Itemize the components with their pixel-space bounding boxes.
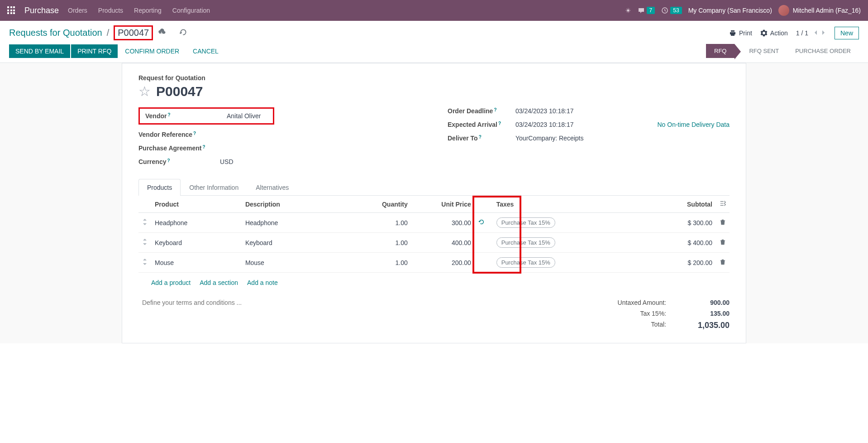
add-note-link[interactable]: Add a note xyxy=(247,279,278,286)
new-button[interactable]: New xyxy=(835,27,859,39)
th-description[interactable]: Description xyxy=(242,196,337,213)
form-col-right: Order Deadline? 03/24/2023 10:18:17 Expe… xyxy=(448,107,730,165)
cancel-button[interactable]: CANCEL xyxy=(186,44,225,58)
cell-price[interactable]: 200.00 xyxy=(411,253,475,273)
activities-icon[interactable]: 53 xyxy=(661,7,682,14)
add-product-link[interactable]: Add a product xyxy=(151,279,191,286)
header-row: Requests for Quotation / P00047 Print Ac… xyxy=(0,21,868,44)
table-row[interactable]: Headphone Headphone 1.00 300.00 Purchase… xyxy=(138,213,730,233)
cell-product[interactable]: Mouse xyxy=(151,253,242,273)
th-taxes[interactable]: Taxes xyxy=(493,196,642,213)
vendor-value[interactable]: Anital Oliver xyxy=(227,112,267,120)
apps-icon[interactable] xyxy=(7,6,15,14)
user-menu[interactable]: Mitchell Admin (Faz_16) xyxy=(778,5,861,16)
cell-price[interactable]: 300.00 xyxy=(411,213,475,233)
status-rfq-sent[interactable]: RFQ SENT xyxy=(741,44,787,58)
cell-description[interactable]: Keyboard xyxy=(242,233,337,253)
send-email-button[interactable]: SEND BY EMAIL xyxy=(9,44,70,58)
status-bar: RFQ RFQ SENT PURCHASE ORDER xyxy=(706,44,859,58)
trash-icon[interactable] xyxy=(720,239,726,246)
expected-arrival-value[interactable]: 03/24/2023 10:18:17 xyxy=(515,121,658,128)
svg-point-0 xyxy=(627,9,629,11)
no-ontime-link[interactable]: No On-time Delivery Data xyxy=(658,121,730,128)
currency-label: Currency? xyxy=(138,158,220,165)
nav-reporting[interactable]: Reporting xyxy=(134,7,162,14)
terms-input[interactable] xyxy=(138,293,585,313)
print-rfq-button[interactable]: PRINT RFQ xyxy=(71,44,118,58)
th-unit-price[interactable]: Unit Price xyxy=(411,196,475,213)
currency-value[interactable]: USD xyxy=(220,158,420,165)
user-name: Mitchell Admin (Faz_16) xyxy=(793,7,861,14)
pager-text: 1 / 1 xyxy=(796,29,808,37)
cell-description[interactable]: Headphone xyxy=(242,213,337,233)
cell-qty[interactable]: 1.00 xyxy=(337,213,411,233)
bug-icon[interactable] xyxy=(625,7,631,14)
table-row[interactable]: Mouse Mouse 1.00 200.00 Purchase Tax 15%… xyxy=(138,253,730,273)
form-title-row: ☆ P00047 xyxy=(138,83,730,99)
activities-badge: 53 xyxy=(670,7,682,14)
tabs: Products Other Information Alternatives xyxy=(138,179,730,196)
order-deadline-value[interactable]: 03/24/2023 10:18:17 xyxy=(515,107,730,115)
expected-arrival-label: Expected Arrival? xyxy=(448,121,515,128)
cell-product[interactable]: Headphone xyxy=(151,213,242,233)
expected-arrival-row: Expected Arrival? 03/24/2023 10:18:17 No… xyxy=(448,121,730,128)
table-wrapper: Product Description Quantity Unit Price … xyxy=(138,196,730,273)
cell-subtotal: $ 200.00 xyxy=(642,253,716,273)
options-icon[interactable] xyxy=(720,201,726,208)
avatar xyxy=(778,5,789,16)
status-rfq[interactable]: RFQ xyxy=(706,44,734,58)
untaxed-label: Untaxed Amount: xyxy=(594,299,666,306)
trash-icon[interactable] xyxy=(720,219,726,226)
pager: 1 / 1 xyxy=(796,29,826,37)
status-purchase-order[interactable]: PURCHASE ORDER xyxy=(787,44,859,58)
th-subtotal[interactable]: Subtotal xyxy=(642,196,716,213)
cell-qty[interactable]: 1.00 xyxy=(337,253,411,273)
deliver-to-row: Deliver To? YourCompany: Receipts xyxy=(448,135,730,142)
tab-other-info[interactable]: Other Information xyxy=(181,179,247,196)
drag-handle[interactable] xyxy=(138,233,151,253)
star-icon[interactable]: ☆ xyxy=(138,83,151,99)
add-links: Add a product Add a section Add a note xyxy=(138,273,730,293)
nav-configuration[interactable]: Configuration xyxy=(172,7,210,14)
deliver-to-value[interactable]: YourCompany: Receipts xyxy=(515,135,730,142)
cell-description[interactable]: Mouse xyxy=(242,253,337,273)
vendor-ref-row: Vendor Reference? xyxy=(138,131,420,138)
confirm-order-button[interactable]: CONFIRM ORDER xyxy=(119,44,186,58)
th-product[interactable]: Product xyxy=(151,196,242,213)
deliver-to-label: Deliver To? xyxy=(448,135,515,142)
trash-icon[interactable] xyxy=(720,259,726,266)
cell-qty[interactable]: 1.00 xyxy=(337,233,411,253)
print-button[interactable]: Print xyxy=(729,29,752,37)
cell-product[interactable]: Keyboard xyxy=(151,233,242,253)
tab-products[interactable]: Products xyxy=(138,179,181,196)
pager-prev[interactable] xyxy=(813,29,818,37)
nav-products[interactable]: Products xyxy=(98,7,123,14)
cell-taxes[interactable]: Purchase Tax 15% xyxy=(493,233,642,253)
cell-price[interactable]: 400.00 xyxy=(411,233,475,253)
cloud-icon[interactable] xyxy=(157,28,166,38)
cell-taxes[interactable]: Purchase Tax 15% xyxy=(493,213,642,233)
refresh-icon[interactable] xyxy=(478,219,485,226)
table-row[interactable]: Keyboard Keyboard 1.00 400.00 Purchase T… xyxy=(138,233,730,253)
th-quantity[interactable]: Quantity xyxy=(337,196,411,213)
brand[interactable]: Purchase xyxy=(24,6,59,15)
nav-orders[interactable]: Orders xyxy=(68,7,87,14)
drag-handle[interactable] xyxy=(138,253,151,273)
cell-subtotal: $ 400.00 xyxy=(642,233,716,253)
navbar-left: Purchase Orders Products Reporting Confi… xyxy=(7,6,210,15)
vendor-ref-label: Vendor Reference? xyxy=(138,131,220,138)
breadcrumb-root[interactable]: Requests for Quotation xyxy=(9,28,102,38)
company-switcher[interactable]: My Company (San Francisco) xyxy=(688,7,772,14)
action-button[interactable]: Action xyxy=(760,29,788,37)
purchase-agreement-row: Purchase Agreement? xyxy=(138,144,420,152)
cell-taxes[interactable]: Purchase Tax 15% xyxy=(493,253,642,273)
messages-icon[interactable]: 7 xyxy=(638,7,655,14)
action-buttons: SEND BY EMAIL PRINT RFQ CONFIRM ORDER CA… xyxy=(9,44,225,58)
tab-alternatives[interactable]: Alternatives xyxy=(247,179,297,196)
add-section-link[interactable]: Add a section xyxy=(200,279,238,286)
discard-icon[interactable] xyxy=(179,28,187,38)
total-value: 1,035.00 xyxy=(684,321,730,330)
pager-next[interactable] xyxy=(821,29,826,37)
breadcrumb: Requests for Quotation / P00047 xyxy=(9,25,187,40)
drag-handle[interactable] xyxy=(138,213,151,233)
